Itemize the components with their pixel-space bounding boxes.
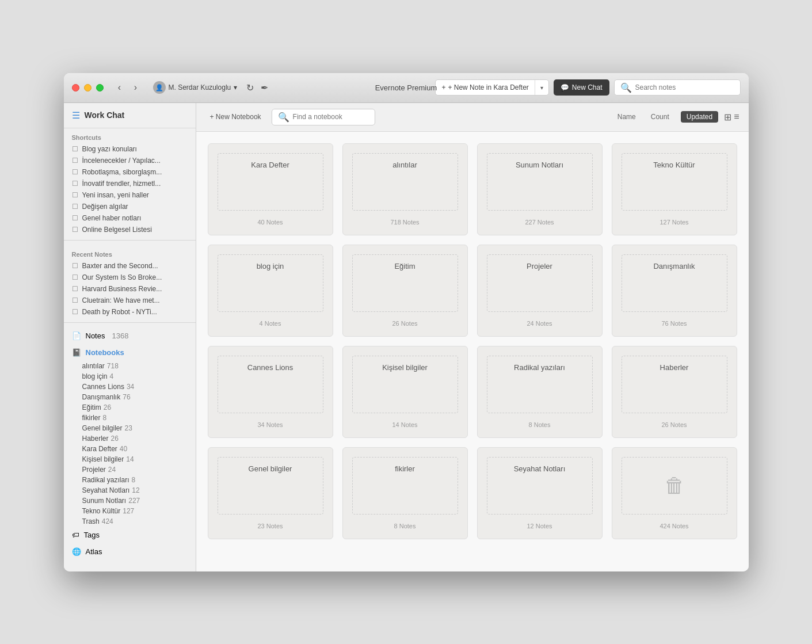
notebook-count: 26: [111, 435, 119, 443]
notebook-card-inner: Kişisel bilgiler: [352, 356, 458, 413]
sidebar-header: ☰ Work Chat: [64, 103, 196, 128]
notebook-small-icon: ☐: [72, 180, 78, 188]
notebook-card[interactable]: Tekno Kültür 127 Notes: [612, 143, 737, 235]
notebook-name: Cannes Lions: [82, 383, 124, 391]
notebook-name: Tekno Kültür: [82, 507, 121, 515]
recent-notes-list: ☐Baxter and the Second...☐Our System Is …: [64, 260, 196, 318]
sidebar-notebook-item[interactable]: Seyahat Notları 12: [64, 485, 196, 496]
notebook-card[interactable]: fikirler 8 Notes: [342, 447, 468, 539]
sidebar-item-notes[interactable]: 📄 Notes 1368: [64, 327, 196, 344]
new-notebook-button[interactable]: + New Notebook: [205, 110, 266, 123]
notebook-card[interactable]: Eğitim 26 Notes: [342, 245, 468, 337]
notebook-small-icon: ☐: [72, 145, 78, 153]
recent-note-item[interactable]: ☐Cluetrain: We have met...: [64, 295, 196, 306]
recent-note-item[interactable]: ☐Our System Is So Broke...: [64, 272, 196, 283]
notebook-card[interactable]: Cannes Lions 34 Notes: [208, 346, 333, 438]
sort-name-button[interactable]: Name: [614, 111, 639, 123]
notebook-card-count: 40 Notes: [218, 216, 323, 226]
titlebar: ‹ › 👤 M. Serdar Kuzuloglu ▾ ↻ ✒ Evernote…: [64, 73, 749, 103]
notebook-card-title: Tekno Kültür: [653, 161, 695, 169]
notebook-card[interactable]: 🗑 424 Notes: [612, 447, 737, 539]
sidebar-notebook-item[interactable]: Eğitim 26: [64, 402, 196, 413]
notebook-count: 8: [132, 476, 136, 484]
minimize-button[interactable]: [84, 84, 92, 92]
notebook-card[interactable]: Seyahat Notları 12 Notes: [477, 447, 603, 539]
sidebar-notebook-item[interactable]: Kara Defter 40: [64, 444, 196, 454]
notebook-count: 34: [127, 383, 134, 391]
notebook-card[interactable]: alıntılar 718 Notes: [342, 143, 468, 235]
find-notebook-input[interactable]: [293, 113, 369, 121]
sidebar-notebook-item[interactable]: blog için 4: [64, 371, 196, 382]
shortcut-item[interactable]: ☐İncelenecekler / Yapılac...: [64, 155, 196, 166]
notebook-card-count: 26 Notes: [352, 318, 458, 327]
notebook-card[interactable]: Sunum Notları 227 Notes: [477, 143, 603, 235]
shortcuts-button[interactable]: ✒: [261, 82, 268, 93]
notebook-card[interactable]: Kara Defter 40 Notes: [208, 143, 333, 235]
search-bar: 🔍: [614, 79, 741, 96]
view-icons: ⊞ ≡: [724, 112, 739, 123]
sidebar-notebook-item[interactable]: fikirler 8: [64, 413, 196, 423]
notebook-card-inner: Seyahat Notları: [487, 457, 593, 515]
forward-button[interactable]: ›: [129, 81, 143, 94]
sidebar-item-atlas[interactable]: 🌐 Atlas: [64, 543, 196, 560]
recent-note-item[interactable]: ☐Death by Robot - NYTi...: [64, 306, 196, 318]
shortcut-item[interactable]: ☐Online Belgesel Listesi: [64, 224, 196, 235]
user-menu-button[interactable]: 👤 M. Serdar Kuzuloglu ▾: [148, 79, 242, 96]
note-icon: ☐: [72, 285, 78, 293]
sidebar-notebook-item[interactable]: Projeler 24: [64, 464, 196, 475]
notebook-card-count: 424 Notes: [622, 520, 727, 529]
notebook-name: Kara Defter: [82, 445, 117, 453]
notebook-card[interactable]: Radikal yazıları 8 Notes: [477, 346, 603, 438]
notebook-name: Eğitim: [82, 403, 101, 411]
sync-button[interactable]: ↻: [246, 82, 254, 93]
new-note-main-button[interactable]: + + New Note in Kara Defter: [436, 80, 534, 95]
shortcut-item[interactable]: ☐İnovatif trendler, hizmetl...: [64, 178, 196, 189]
notebook-card-title: Cannes Lions: [247, 363, 293, 372]
notebook-card[interactable]: Projeler 24 Notes: [477, 245, 603, 337]
notebook-card-count: 24 Notes: [487, 318, 593, 327]
recent-note-item[interactable]: ☐Baxter and the Second...: [64, 260, 196, 272]
sidebar-item-notebooks[interactable]: 📓 Notebooks: [64, 344, 196, 361]
sort-updated-button[interactable]: Updated: [681, 111, 718, 123]
sidebar-notebook-item[interactable]: Kişisel bilgiler 14: [64, 454, 196, 464]
notebook-count: 718: [107, 362, 119, 370]
sidebar-item-tags[interactable]: 🏷 Tags: [64, 527, 196, 543]
app-window: ‹ › 👤 M. Serdar Kuzuloglu ▾ ↻ ✒ Evernote…: [64, 73, 749, 571]
notebook-card[interactable]: Kişisel bilgiler 14 Notes: [342, 346, 468, 438]
shortcut-item[interactable]: ☐Robotlaşma, siborglaşm...: [64, 166, 196, 178]
recent-note-item[interactable]: ☐Harvard Business Revie...: [64, 283, 196, 295]
list-view-button[interactable]: ≡: [734, 112, 739, 123]
sidebar-notebook-item[interactable]: Radikal yazıları 8: [64, 475, 196, 485]
notebook-card[interactable]: Danışmanlık 76 Notes: [612, 245, 737, 337]
notebook-name: Haberler: [82, 435, 109, 443]
grid-view-button[interactable]: ⊞: [724, 112, 731, 123]
new-chat-label: New Chat: [572, 83, 603, 92]
notebook-card[interactable]: blog için 4 Notes: [208, 245, 333, 337]
sidebar-notebook-item[interactable]: Haberler 26: [64, 433, 196, 444]
notebooks-icon: 📓: [72, 348, 81, 357]
shortcut-item[interactable]: ☐Yeni insan, yeni haller: [64, 189, 196, 201]
sidebar-notebook-item[interactable]: Cannes Lions 34: [64, 382, 196, 392]
new-note-button[interactable]: + + New Note in Kara Defter ▾: [435, 79, 548, 96]
search-input[interactable]: [635, 83, 734, 92]
sidebar-notebook-item[interactable]: Trash 424: [64, 516, 196, 527]
main-layout: ☰ Work Chat Shortcuts ☐Blog yazı konular…: [64, 103, 749, 571]
sidebar-notebook-item[interactable]: Genel bilgiler 23: [64, 423, 196, 433]
sidebar-notebook-item[interactable]: alıntılar 718: [64, 361, 196, 371]
shortcut-item[interactable]: ☐Değişen algılar: [64, 201, 196, 212]
sidebar-notebook-item[interactable]: Tekno Kültür 127: [64, 506, 196, 516]
shortcut-item[interactable]: ☐Blog yazı konuları: [64, 143, 196, 155]
close-button[interactable]: [72, 84, 79, 92]
sort-count-button[interactable]: Count: [647, 111, 673, 123]
user-name: M. Serdar Kuzuloglu: [169, 83, 231, 92]
maximize-button[interactable]: [96, 84, 104, 92]
sidebar-notebook-item[interactable]: Danışmanlık 76: [64, 392, 196, 402]
back-button[interactable]: ‹: [113, 81, 127, 94]
notebook-card[interactable]: Genel bilgiler 23 Notes: [208, 447, 333, 539]
notebook-card[interactable]: Haberler 26 Notes: [612, 346, 737, 438]
titlebar-actions: ↻ ✒: [246, 82, 268, 93]
new-chat-button[interactable]: 💬 New Chat: [554, 79, 609, 96]
new-note-dropdown-button[interactable]: ▾: [535, 80, 548, 95]
shortcut-item[interactable]: ☐Genel haber notları: [64, 212, 196, 224]
sidebar-notebook-item[interactable]: Sunum Notları 227: [64, 496, 196, 506]
